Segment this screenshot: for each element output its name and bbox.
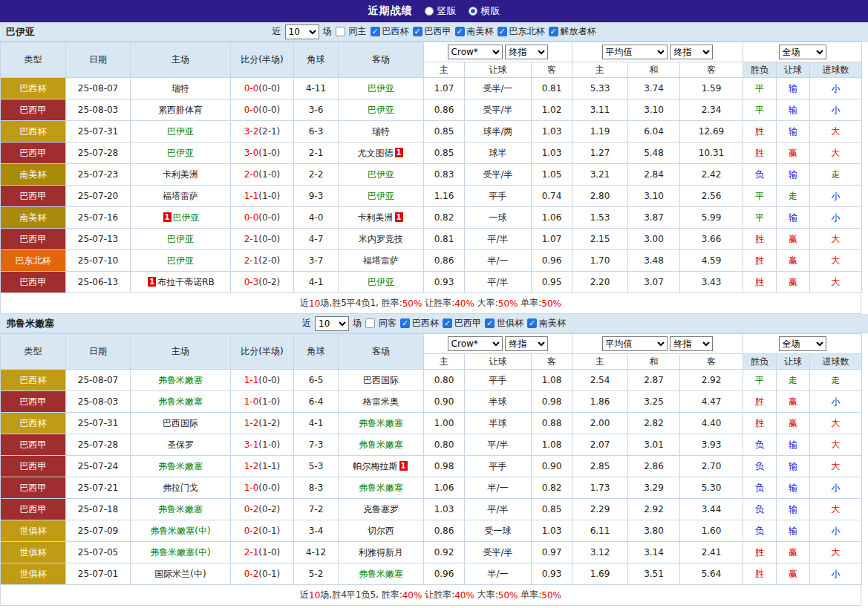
same-venue-checkbox[interactable] bbox=[365, 318, 375, 328]
league-type-cell: 巴西杯 bbox=[1, 78, 66, 99]
summary-text: 场,胜5平4负1, 胜率: bbox=[320, 297, 402, 310]
home-team-cell: 巴伊亚 bbox=[131, 143, 231, 164]
subcol-result: 胜负 bbox=[743, 62, 777, 78]
league-type-cell: 巴西甲 bbox=[1, 456, 66, 477]
scope-select[interactable]: 全场 bbox=[779, 45, 826, 59]
half-score: (0-1) bbox=[258, 526, 280, 536]
full-score: 0-3 bbox=[244, 277, 259, 287]
summary-text: 近 bbox=[300, 297, 309, 310]
full-score: 1-0 bbox=[244, 483, 259, 493]
score-cell: 3-2(2-1) bbox=[231, 121, 294, 143]
team-label: 帕尔梅拉斯1 bbox=[353, 461, 409, 471]
league-checkbox[interactable] bbox=[497, 27, 507, 36]
match-row: 巴西甲25-08-03弗鲁米嫩塞1-0(1-0)6-4格雷米奥0.90半球0.9… bbox=[1, 391, 862, 413]
average-final-select[interactable]: 终指 bbox=[670, 45, 713, 59]
team-name-text: 帕尔梅拉斯 bbox=[353, 461, 398, 471]
result-cell: 赢 bbox=[777, 542, 810, 563]
home-team-cell: 巴伊亚 bbox=[131, 250, 231, 272]
radio-vertical-layout[interactable]: 竖版 bbox=[425, 4, 457, 18]
odds-cell: 1.59 bbox=[680, 78, 743, 99]
result-cell: 平 bbox=[743, 207, 777, 229]
average-select[interactable]: 平均值 bbox=[602, 45, 668, 59]
league-checkbox[interactable] bbox=[527, 318, 537, 328]
odds-cell: 2.00 bbox=[572, 413, 628, 434]
league-checkbox[interactable] bbox=[485, 318, 495, 328]
match-row: 巴西甲25-06-131布拉干蒂诺RB0-3(0-2)4-1巴伊亚0.93平/半… bbox=[1, 272, 862, 293]
away-team-cell: 尤文图德1 bbox=[339, 143, 424, 164]
col-header-corner: 角球 bbox=[294, 334, 339, 370]
scope-select[interactable]: 全场 bbox=[779, 336, 826, 351]
odds-cell: 1.69 bbox=[572, 563, 628, 585]
col-header-away: 客场 bbox=[339, 334, 424, 370]
team-label: 巴伊亚 bbox=[368, 169, 394, 180]
odds-cell: 球半/两 bbox=[465, 121, 532, 143]
league-checkbox[interactable] bbox=[549, 27, 558, 36]
team-name-text: 巴西国际 bbox=[363, 375, 399, 385]
league-label: 巴东北杯 bbox=[509, 25, 545, 38]
team-label: 1巴伊亚 bbox=[162, 212, 200, 223]
full-score: 1-1 bbox=[244, 191, 259, 201]
odds-cell: 2.80 bbox=[572, 186, 628, 207]
away-team-cell: 卡利美洲1 bbox=[339, 207, 424, 229]
radio-horizontal-layout[interactable]: 横版 bbox=[469, 4, 500, 18]
average-select[interactable]: 平均值 bbox=[602, 336, 668, 351]
score-cell: 2-1(2-0) bbox=[231, 250, 294, 272]
league-checkbox[interactable] bbox=[371, 27, 380, 36]
same-venue-checkbox[interactable] bbox=[336, 27, 345, 36]
odds-cell: 5.33 bbox=[572, 78, 628, 99]
league-checkbox[interactable] bbox=[455, 27, 465, 36]
near-label: 近 bbox=[302, 317, 311, 330]
half-score: (1-0) bbox=[258, 439, 280, 450]
team-name-text: 切尔西 bbox=[368, 526, 394, 536]
half-score: (2-0) bbox=[258, 255, 280, 266]
half-score: (2-1) bbox=[258, 126, 280, 137]
odds-cell: 5.99 bbox=[680, 207, 743, 229]
summary-stat-value: 50% bbox=[402, 298, 422, 309]
odds-cell: 2.92 bbox=[680, 370, 743, 391]
odds-final-select[interactable]: 终指 bbox=[505, 336, 548, 351]
summary-text: 大率: bbox=[474, 297, 498, 310]
result-cell: 小 bbox=[810, 477, 862, 499]
date-cell: 25-08-07 bbox=[66, 78, 131, 99]
league-type-cell: 巴西甲 bbox=[1, 186, 66, 207]
odds-cell: 3.12 bbox=[572, 542, 628, 563]
odds-cell: 0.83 bbox=[424, 164, 465, 186]
odds-cell: 2.70 bbox=[680, 456, 743, 477]
date-cell: 25-07-31 bbox=[66, 413, 131, 434]
league-type-cell: 巴西甲 bbox=[1, 477, 66, 499]
odds-provider-select[interactable]: Crow* bbox=[448, 45, 503, 59]
odds-cell: 球半 bbox=[465, 143, 532, 164]
league-checkbox[interactable] bbox=[413, 27, 422, 36]
full-score: 2-1 bbox=[244, 234, 259, 244]
team-label: 1布拉干蒂诺RB bbox=[146, 277, 215, 287]
average-final-select[interactable]: 终指 bbox=[670, 336, 713, 351]
subcol-avg-home: 主 bbox=[572, 62, 628, 78]
odds-cell: 12.69 bbox=[680, 121, 743, 143]
odds-cell: 1.27 bbox=[572, 143, 628, 164]
odds-cell: 1.03 bbox=[532, 520, 572, 542]
league-checkbox[interactable] bbox=[443, 318, 452, 328]
odds-final-select[interactable]: 终指 bbox=[505, 45, 548, 59]
result-cell: 胜 bbox=[743, 563, 777, 585]
half-score: (0-2) bbox=[258, 504, 280, 514]
home-team-cell: 弗鲁米嫩塞 bbox=[131, 370, 231, 391]
subcol-handicap-result: 让球 bbox=[777, 354, 810, 370]
odds-provider-select[interactable]: Crow* bbox=[448, 336, 503, 351]
league-checkbox[interactable] bbox=[400, 318, 410, 328]
match-count-select[interactable]: 10 bbox=[285, 24, 319, 39]
odds-cell: 平/半 bbox=[465, 499, 532, 520]
odds-cell: 半球 bbox=[465, 413, 532, 434]
red-card-badge: 1 bbox=[148, 277, 156, 287]
match-count-select[interactable]: 10 bbox=[315, 316, 349, 331]
odds-cell: 0.86 bbox=[424, 99, 465, 121]
red-card-badge: 1 bbox=[395, 148, 403, 157]
odds-cell: 2.85 bbox=[572, 456, 628, 477]
away-team-cell: 利雅得新月 bbox=[339, 542, 424, 563]
team-label: 巴伊亚 bbox=[167, 148, 194, 158]
summary-stat-value: 10 bbox=[309, 298, 320, 309]
result-cell: 负 bbox=[743, 499, 777, 520]
league-type-cell: 巴西甲 bbox=[1, 499, 66, 520]
league-label: 解放者杯 bbox=[561, 25, 596, 38]
team-label: 弗鲁米嫩塞 bbox=[359, 439, 403, 450]
half-score: (0-0) bbox=[258, 105, 280, 115]
